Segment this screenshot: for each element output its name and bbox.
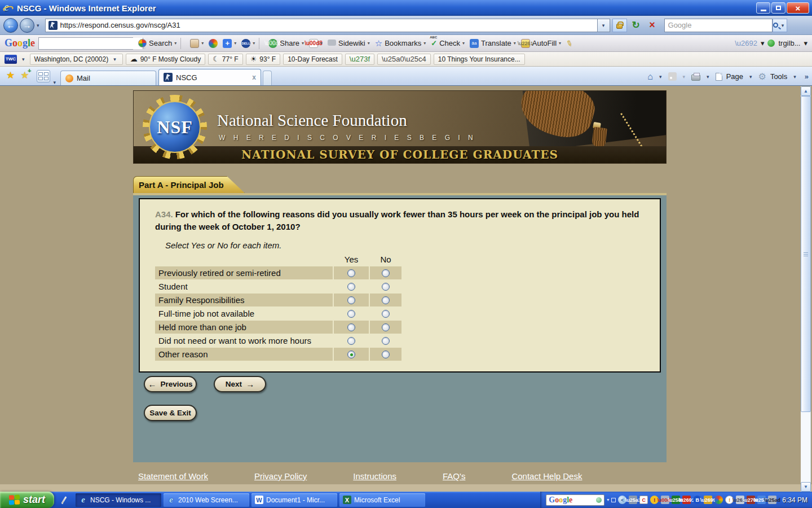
yes-radio[interactable] <box>347 337 355 345</box>
weather-map-button[interactable]: \u273f <box>345 54 374 65</box>
google-desktop-search[interactable]: Google <box>546 494 604 506</box>
security-lock-button[interactable] <box>612 19 627 32</box>
tab-list-dropdown[interactable]: ▾ <box>54 80 56 85</box>
google-search-box[interactable]: ▾ <box>38 37 133 50</box>
contact-help-desk-link[interactable]: Contact Help Desk <box>511 471 582 481</box>
add-gadget-button[interactable]: +▾ <box>223 39 236 48</box>
task-nscg[interactable]: e NSCG - Windows ... <box>76 493 161 507</box>
start-button[interactable]: start <box>0 492 54 508</box>
high-temp[interactable]: ☀93° F <box>246 54 280 65</box>
close-button[interactable]: × <box>787 2 809 14</box>
copyright-tray-icon[interactable]: C <box>639 496 648 504</box>
page-menu[interactable]: Page <box>726 72 743 81</box>
faqs-link[interactable]: FAQ's <box>443 471 465 481</box>
twc-logo[interactable]: TWC <box>5 55 17 64</box>
sidewiki-button[interactable]: Sidewiki▾ <box>328 39 370 47</box>
quick-tabs-button[interactable] <box>37 70 50 82</box>
yes-radio[interactable] <box>347 323 355 331</box>
scroll-up-button[interactable]: ▲ <box>801 86 811 96</box>
toolbar-settings-icon[interactable]: \u2692 <box>735 39 757 47</box>
rss-button[interactable] <box>668 72 677 81</box>
restore-button[interactable] <box>771 2 785 14</box>
yes-radio[interactable] <box>347 283 355 291</box>
home-button[interactable]: ⌂ <box>647 72 653 82</box>
statement-of-work-link[interactable]: Statement of Work <box>138 471 208 481</box>
highlighter-button[interactable]: ✎ <box>566 39 573 48</box>
back-button[interactable]: ← <box>3 18 18 33</box>
privacy-policy-link[interactable]: Privacy Policy <box>254 471 307 481</box>
task-excel[interactable]: X Microsoft Excel <box>339 493 425 507</box>
yes-radio[interactable] <box>347 351 355 358</box>
no-radio[interactable] <box>382 296 390 304</box>
history-dropdown-icon[interactable]: ▾ <box>37 23 39 28</box>
stop-button[interactable]: × <box>645 19 660 32</box>
print-button[interactable] <box>691 75 700 81</box>
low-temp[interactable]: ☾77° F <box>208 54 242 65</box>
account-name[interactable]: trgilb... <box>778 39 800 47</box>
favorites-center-button[interactable]: ★ <box>6 69 15 81</box>
news-button[interactable]: ▾ <box>190 39 204 48</box>
display-settings-icon[interactable]: \u25a3 <box>629 496 637 504</box>
ten-day-forecast-button[interactable]: 10-Day Forecast <box>283 54 342 65</box>
no-radio[interactable] <box>382 337 390 345</box>
tab-nscg[interactable]: NSCG x <box>158 69 261 85</box>
refresh-button[interactable]: ↻ <box>629 19 643 32</box>
next-button[interactable]: Next → <box>214 376 266 392</box>
address-dropdown[interactable]: ▾ <box>598 19 610 32</box>
new-tab-stub[interactable] <box>263 71 272 85</box>
bookmarks-button[interactable]: ☆Bookmarks▾ <box>375 38 426 49</box>
add-favorite-button[interactable]: ★ <box>20 69 29 81</box>
mail-tab-icon <box>65 75 73 82</box>
address-field[interactable]: https://respond.census.gov/nscg/A31 <box>45 19 598 32</box>
ie-search-button[interactable]: ▾ <box>773 19 787 32</box>
more-commands-button[interactable]: » <box>805 72 809 81</box>
yes-radio[interactable] <box>347 310 355 318</box>
spellcheck-button[interactable]: ABC✓Check▾ <box>431 39 465 47</box>
flag-icon[interactable]: \u2691 <box>682 496 691 504</box>
no-radio[interactable] <box>382 323 390 331</box>
google-search-button[interactable]: Search▾ <box>138 39 176 47</box>
tab-mail[interactable]: Mail <box>60 71 156 85</box>
tray-search-dropdown[interactable]: ▾ <box>607 497 609 502</box>
scroll-down-button[interactable]: ▼ <box>801 482 811 492</box>
no-radio[interactable] <box>382 269 390 277</box>
no-radio[interactable] <box>382 310 390 318</box>
ie-search-input[interactable] <box>664 19 773 32</box>
dell-button[interactable]: DELL▾ <box>241 39 255 48</box>
autofill-button[interactable]: \u2261AutoFill▾ <box>521 39 561 48</box>
task-web-screen[interactable]: e 2010 Web Screen... <box>164 493 249 507</box>
task-word-document[interactable]: W Document1 - Micr... <box>251 493 337 507</box>
translate-button[interactable]: âaTranslate▾ <box>470 39 516 48</box>
swirl-button[interactable] <box>209 39 218 48</box>
minimize-button[interactable] <box>756 2 770 14</box>
current-conditions[interactable]: ☁90° F Mostly Cloudy <box>126 54 206 65</box>
ie-logo-icon: e <box>3 2 14 14</box>
forward-button[interactable]: → <box>20 18 34 33</box>
share-button[interactable]: \u00abShare▾ <box>268 39 304 48</box>
instructions-link[interactable]: Instructions <box>353 471 396 481</box>
monitor-tray-icon[interactable]: \u25ad <box>768 496 776 504</box>
save-exit-button[interactable]: Save & Exit <box>144 405 197 421</box>
gold-app-icon[interactable]: \u2699 <box>704 496 712 504</box>
quick-launch[interactable] <box>54 496 73 504</box>
survey-title-band: NATIONAL SURVEY OF COLLEGE GRADUATES <box>134 146 666 163</box>
no-radio[interactable] <box>382 351 390 358</box>
google-search-input[interactable] <box>39 38 143 49</box>
google-toolbar: Google ▾ Search▾ ▾ +▾ DELL▾ \u00abShare▾… <box>0 35 812 52</box>
close-tab-icon[interactable]: x <box>237 73 256 81</box>
weather-video-button[interactable]: \u25a0\u25c4 <box>377 54 431 65</box>
footer-links: Statement of Work Privacy Policy Instruc… <box>138 471 667 481</box>
swirl-tray-icon[interactable] <box>714 496 723 504</box>
popup-blocker-button[interactable]: \u00d8▾ <box>309 39 323 48</box>
yes-radio[interactable] <box>347 296 355 304</box>
previous-button[interactable]: ← Previous <box>144 376 197 392</box>
news-headline-link[interactable]: 10 Things Your Insurance... <box>434 54 525 65</box>
no-radio[interactable] <box>382 283 390 291</box>
yes-radio[interactable] <box>347 269 355 277</box>
scrollbar-thumb[interactable] <box>801 96 811 412</box>
vertical-scrollbar[interactable]: ▲ ▼ <box>801 86 811 492</box>
row-label: Held more than one job <box>155 321 333 334</box>
tools-menu[interactable]: Tools <box>770 72 787 81</box>
weather-location-selector[interactable]: Washington, DC (20002)▾ <box>30 54 123 65</box>
tray-square-icon[interactable] <box>611 498 616 502</box>
